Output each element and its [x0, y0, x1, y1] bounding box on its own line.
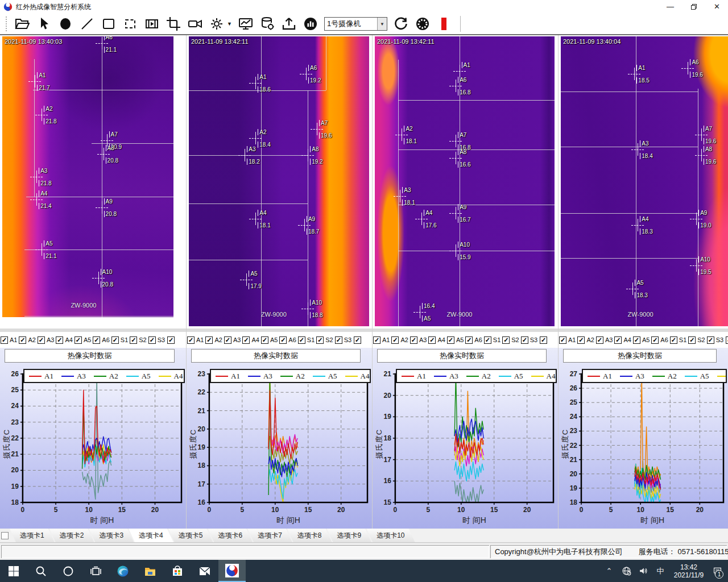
camera-select-arrow-icon[interactable]: ▼ — [377, 18, 387, 30]
checkbox-s3[interactable]: ✓S3 — [707, 336, 723, 344]
draw-region-icon[interactable] — [122, 16, 138, 32]
tab-4[interactable]: 选项卡4 — [129, 529, 173, 542]
settings-gear-icon[interactable] — [209, 16, 225, 32]
svg-text:20: 20 — [198, 425, 206, 433]
checkbox-s3[interactable]: ✓S3 — [148, 336, 165, 344]
tab-7[interactable]: 选项卡7 — [247, 529, 292, 542]
point-label: A3 — [39, 168, 47, 174]
mail-icon[interactable] — [191, 560, 218, 582]
chart-monitor-icon[interactable] — [238, 16, 254, 32]
taskbar-app-thermal[interactable] — [218, 560, 246, 582]
database-settings-icon[interactable] — [259, 16, 275, 32]
checkbox-a6[interactable]: ✓A6 — [651, 336, 668, 344]
restore-button[interactable] — [691, 4, 697, 10]
checkbox-partial: ✓ — [354, 336, 361, 344]
checkbox-s2[interactable]: ✓S2 — [688, 336, 705, 344]
action-center-icon[interactable]: 1 — [710, 560, 725, 582]
camera-select[interactable]: 1号摄像机 ▼ — [324, 17, 387, 31]
checkbox-a4[interactable]: ✓A4 — [56, 336, 72, 344]
legend-label: A4 — [174, 372, 183, 381]
tab-10[interactable]: 选项卡10 — [366, 529, 415, 542]
volume-icon[interactable] — [636, 560, 651, 582]
checkbox-s1[interactable]: ✓S1 — [484, 336, 500, 344]
tab-8[interactable]: 选项卡8 — [287, 529, 332, 542]
statistics-icon[interactable] — [303, 16, 318, 32]
draw-rect-icon[interactable] — [101, 16, 117, 32]
crop-icon[interactable] — [166, 16, 181, 32]
checkbox-a6[interactable]: ✓A6 — [279, 336, 296, 344]
clock[interactable]: 13:42 2021/11/9 — [670, 563, 708, 579]
checkbox-a4[interactable]: ✓A4 — [242, 336, 259, 344]
ms-store-icon[interactable] — [164, 560, 191, 582]
tab-3[interactable]: 选项卡3 — [89, 529, 134, 542]
stop-record-icon[interactable] — [436, 16, 452, 32]
tab-5[interactable]: 选项卡5 — [168, 529, 213, 542]
thermal-frame[interactable]: 2021-11-09 13:40:04A118.5A619.6A318.4A71… — [561, 36, 728, 326]
edge-browser-icon[interactable] — [109, 560, 136, 582]
tab-6[interactable]: 选项卡6 — [208, 529, 253, 542]
checkbox-s2[interactable]: ✓S2 — [130, 336, 146, 344]
checkbox-s3[interactable]: ✓S3 — [335, 336, 351, 344]
export-upload-icon[interactable] — [281, 16, 297, 32]
select-cursor-icon[interactable] — [36, 16, 52, 32]
checkbox-a4[interactable]: ✓A4 — [428, 336, 445, 344]
checkbox-a5[interactable]: ✓A5 — [633, 336, 650, 344]
tab-9[interactable]: 选项卡9 — [327, 529, 372, 542]
checkbox-a3[interactable]: ✓A3 — [596, 336, 613, 344]
cross-v-icon — [688, 62, 688, 74]
checkbox-a2[interactable]: ✓A2 — [577, 336, 594, 344]
checkbox-a1[interactable]: ✓A1 — [373, 336, 390, 344]
checkbox-s1[interactable]: ✓S1 — [670, 336, 686, 344]
checkbox-s2[interactable]: ✓S2 — [502, 336, 519, 344]
point-value: 17.9 — [249, 283, 261, 289]
task-view-icon[interactable] — [82, 560, 109, 582]
checkbox-a3[interactable]: ✓A3 — [38, 336, 54, 344]
network-globe-icon[interactable] — [619, 560, 634, 582]
checkbox-a2[interactable]: ✓A2 — [205, 336, 222, 344]
tab-1[interactable]: 选项卡1 — [10, 529, 55, 542]
tab-scroll-box[interactable] — [1, 532, 9, 539]
checkbox-a2[interactable]: ✓A2 — [391, 336, 408, 344]
file-explorer-icon[interactable] — [136, 560, 164, 582]
video-play-icon[interactable] — [144, 16, 160, 32]
thermal-frame[interactable]: 2021-11-09 13:42:11A118.6A619.2A218.4A31… — [189, 36, 369, 326]
minimize-button[interactable]: — — [667, 0, 674, 14]
checkbox-s3[interactable]: ✓S3 — [521, 336, 537, 344]
checkbox-a1[interactable]: ✓A1 — [559, 336, 576, 344]
checkbox-a4[interactable]: ✓A4 — [614, 336, 631, 344]
legend-line-icon — [466, 376, 479, 377]
cortana-icon[interactable] — [55, 560, 82, 582]
draw-line-icon[interactable] — [79, 16, 95, 32]
tab-2[interactable]: 选项卡2 — [49, 529, 94, 542]
checkbox-a6[interactable]: ✓A6 — [93, 336, 109, 344]
close-button[interactable]: ✕ — [714, 0, 720, 14]
checkbox-s1[interactable]: ✓S1 — [111, 336, 128, 344]
open-file-icon[interactable] — [14, 16, 30, 32]
checkbox-a5[interactable]: ✓A5 — [261, 336, 278, 344]
checkbox-a1[interactable]: ✓A1 — [1, 336, 17, 344]
draw-circle-icon[interactable] — [57, 16, 73, 32]
checkbox-a5[interactable]: ✓A5 — [447, 336, 464, 344]
checkbox-a1[interactable]: ✓A1 — [187, 336, 204, 344]
checkbox-a3[interactable]: ✓A3 — [410, 336, 427, 344]
settings-dropdown-icon[interactable]: ▼ — [227, 21, 232, 27]
cross-v-icon — [701, 128, 702, 141]
thermal-frame[interactable]: 2021-11-09 13:40:03A121.7A621.1A221.8A72… — [2, 36, 173, 317]
point-label: A5 — [635, 280, 643, 286]
thermal-frame[interactable]: 2021-11-09 13:42:11A1A616.8A218.1A716.8A… — [375, 36, 555, 326]
checkbox-a5[interactable]: ✓A5 — [75, 336, 91, 344]
device-chip-icon[interactable] — [415, 16, 431, 32]
checkbox-icon: ✓ — [502, 336, 510, 344]
checkbox-s1[interactable]: ✓S1 — [298, 336, 315, 344]
checkbox-s2[interactable]: ✓S2 — [316, 336, 333, 344]
checkbox-a2[interactable]: ✓A2 — [19, 336, 35, 344]
refresh-icon[interactable] — [393, 16, 409, 32]
checkbox-a3[interactable]: ✓A3 — [224, 336, 241, 344]
hidden-icons-chevron[interactable]: ⌃ — [602, 560, 617, 582]
checkbox-label: A2 — [214, 336, 222, 343]
checkbox-a6[interactable]: ✓A6 — [465, 336, 482, 344]
search-icon[interactable] — [27, 560, 55, 582]
ime-indicator[interactable]: 中 — [653, 560, 668, 582]
video-camera-icon[interactable] — [187, 16, 203, 32]
start-button[interactable] — [0, 560, 27, 582]
